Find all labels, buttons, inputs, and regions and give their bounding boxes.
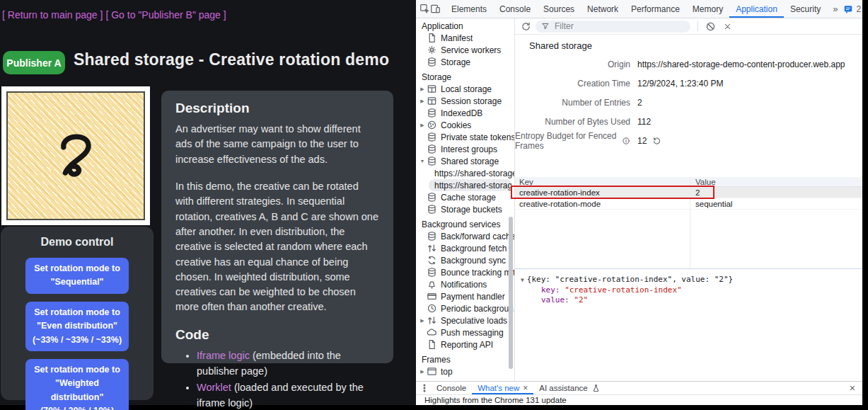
drawer-menu-icon[interactable] [418, 382, 431, 394]
sidebar-item-private-state-tokens[interactable]: Private state tokens [416, 131, 514, 143]
sidebar-item-speculative-loads[interactable]: ▶Speculative loads [416, 314, 514, 326]
sidebar-item-https-shared-storage[interactable]: https://shared-storage... [429, 179, 511, 191]
expander-closed-icon[interactable]: ▶ [419, 98, 426, 104]
whats-new-infobar: Highlights from the Chrome 131 update [416, 394, 862, 405]
sidebar-item-service-workers[interactable]: Service workers [416, 44, 514, 56]
sidebar-item-session-storage[interactable]: ▶Session storage [416, 95, 514, 107]
description-paragraph-0: An advertiser may want to show different… [175, 122, 379, 167]
tab-close-icon[interactable]: × [523, 383, 528, 393]
sidebar-item-storage[interactable]: Storage [416, 56, 514, 68]
sidebar-item-label: Background sync [441, 256, 506, 266]
drawer-tab-what-s-new[interactable]: What's new× [472, 382, 533, 394]
property-value: "2" [574, 295, 588, 304]
sidebar-item-payment-handler[interactable]: Payment handler [416, 290, 514, 302]
sidebar-item-label: Cookies [441, 120, 471, 130]
sidebar-item-reporting-api[interactable]: Reporting API [416, 338, 514, 351]
sync-icon [427, 255, 437, 266]
sidebar-item-periodic-backgroun[interactable]: Periodic backgroun... [416, 302, 514, 314]
expander-closed-icon[interactable]: ▶ [419, 86, 426, 92]
up-down-arrows-icon [427, 243, 437, 254]
sidebar-item-notifications[interactable]: Notifications [416, 278, 514, 290]
tab-sources[interactable]: Sources [537, 0, 581, 18]
sidebar-item-cookies[interactable]: ▶Cookies [416, 119, 514, 131]
shared-storage-table: KeyValuecreative-rotation-index2creative… [515, 177, 862, 269]
property-value: "creative-rotation-index" [565, 285, 682, 295]
top-link-0[interactable]: [ Return to main page ] [2, 9, 103, 21]
sidebar-item-manifest[interactable]: Manifest [416, 32, 514, 44]
sidebar-item-label: Local storage [441, 84, 492, 94]
issues-counter[interactable]: 2 [843, 4, 861, 14]
sidebar-scrollbar[interactable] [509, 217, 513, 369]
sidebar-section-frames: Frames▶top [416, 353, 514, 377]
preview-expander-icon[interactable]: ▼ [521, 277, 524, 283]
set-rotation-mode-button-2[interactable]: Set rotation mode to "Weighted distribut… [25, 359, 129, 410]
sidebar-section-application: ApplicationManifestService workersStorag… [416, 20, 514, 68]
preview-property-key: key: "creative-rotation-index" [521, 285, 860, 295]
metadata-value-text: 12 [637, 136, 647, 146]
shared-storage-content: Shared storage Originhttps://shared-stor… [515, 35, 862, 381]
sidebar-item-top[interactable]: ▶top [416, 365, 514, 377]
table-row-creative-rotation-mode[interactable]: creative-rotation-modesequential [515, 198, 862, 210]
sidebar-item-label: Storage [441, 57, 470, 67]
metadata-label: Number of Bytes Used [515, 117, 630, 127]
sidebar-item-label: Background fetch [441, 244, 507, 254]
tab-performance[interactable]: Performance [625, 0, 686, 18]
shared-storage-title: Shared storage [529, 40, 592, 51]
top-link-1[interactable]: [ Go to "Publisher B" page ] [105, 9, 226, 21]
filter-input[interactable] [553, 21, 685, 32]
sidebar-section-background-services: Background servicesBack/forward cacheBac… [416, 218, 514, 351]
sidebar-item-local-storage[interactable]: ▶Local storage [416, 83, 514, 95]
issues-count: 2 [856, 4, 861, 14]
set-rotation-mode-button-0[interactable]: Set rotation mode to "Sequential" [25, 258, 129, 294]
sidebar-item-background-sync[interactable]: Background sync [416, 254, 514, 266]
code-link-0[interactable]: Iframe logic [197, 350, 250, 361]
sidebar-item-back-forward-cache[interactable]: Back/forward cache [416, 230, 514, 242]
tab-network[interactable]: Network [581, 0, 625, 18]
code-link-1[interactable]: Worklet [197, 382, 231, 393]
metadata-label-text: Origin [608, 59, 630, 69]
more-tabs-icon[interactable]: » [827, 4, 843, 14]
expander-closed-icon[interactable]: ▶ [419, 369, 426, 375]
drawer-tab-ai-assistance[interactable]: AI assistance [533, 382, 606, 394]
database-icon [427, 132, 437, 142]
tab-application[interactable]: Application [729, 0, 784, 18]
filter-box[interactable] [536, 21, 690, 33]
refresh-icon[interactable] [519, 20, 532, 33]
sidebar-item-storage-buckets[interactable]: Storage buckets [416, 203, 514, 215]
sidebar-item-cache-storage[interactable]: Cache storage [416, 191, 514, 203]
clear-entries-icon[interactable] [704, 20, 717, 33]
sidebar-item-indexeddb[interactable]: IndexedDB [416, 107, 514, 119]
tab-elements[interactable]: Elements [445, 0, 493, 18]
sidebar-item-bounce-tracking-miti[interactable]: Bounce tracking miti... [416, 266, 514, 278]
expander-closed-icon[interactable]: ▶ [419, 318, 426, 324]
reset-budget-icon[interactable] [652, 136, 661, 145]
metadata-label-text: Number of Bytes Used [545, 117, 630, 127]
drawer-close-icon[interactable]: × [850, 382, 862, 394]
ad-creative-iframe[interactable] [1, 86, 150, 225]
set-rotation-mode-button-1[interactable]: Set rotation mode to "Even distribution"… [25, 302, 129, 351]
sidebar-item-https-shared-storage[interactable]: https://shared-storage... [416, 167, 514, 179]
column-header-key[interactable]: Key [515, 178, 690, 186]
tab-security[interactable]: Security [784, 0, 827, 18]
expander-open-icon[interactable]: ▼ [419, 159, 426, 164]
up-down-arrows-icon [427, 315, 437, 326]
sidebar-item-label: Payment handler [441, 292, 505, 302]
sidebar-item-push-messaging[interactable]: Push messaging [416, 326, 514, 338]
table-row-creative-rotation-index[interactable]: creative-rotation-index2 [515, 187, 862, 198]
info-icon [622, 137, 630, 145]
sidebar-item-label: Shared storage [441, 156, 499, 166]
shared-storage-panel: Shared storage Originhttps://shared-stor… [515, 18, 862, 381]
creative-number-2-glyph [45, 125, 106, 186]
panel-close-icon[interactable] [721, 20, 734, 33]
tab-memory[interactable]: Memory [686, 0, 729, 18]
tab-console[interactable]: Console [493, 0, 537, 18]
device-toolbar-icon[interactable] [430, 0, 441, 18]
sidebar-item-background-fetch[interactable]: Background fetch [416, 242, 514, 254]
expander-closed-icon[interactable]: ▶ [419, 123, 426, 128]
sidebar-item-interest-groups[interactable]: Interest groups [416, 143, 514, 155]
column-header-value[interactable]: Value [690, 178, 862, 186]
sidebar-item-shared-storage[interactable]: ▼Shared storage [416, 155, 514, 167]
code-heading: Code [175, 327, 379, 343]
inspect-element-icon[interactable] [419, 0, 430, 18]
drawer-tab-console[interactable]: Console [431, 382, 472, 394]
